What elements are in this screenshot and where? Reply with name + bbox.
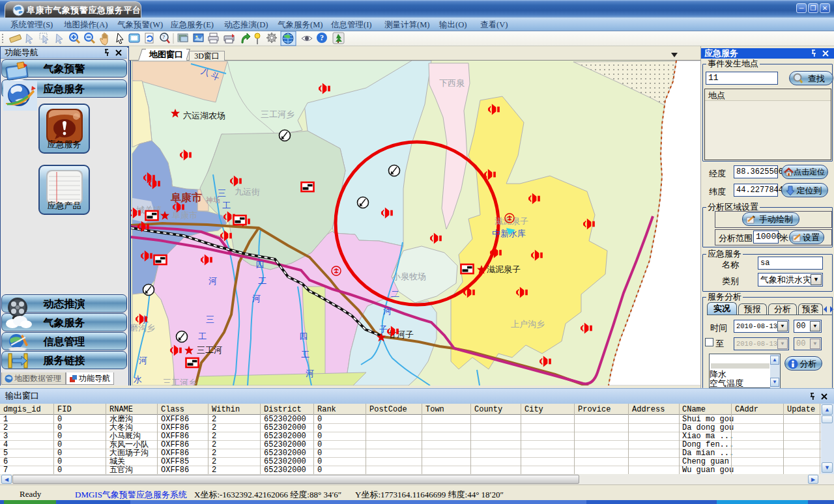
svg-text:磨沟乡: 磨沟乡	[131, 323, 155, 333]
svg-text:?: ?	[320, 33, 324, 42]
svg-text:三工河乡: 三工河乡	[163, 378, 197, 385]
svg-text:河: 河	[306, 369, 314, 378]
svg-text:九运街: 九运街	[235, 187, 260, 197]
svg-text:工: 工	[222, 201, 231, 210]
svg-text:河: 河	[252, 294, 261, 303]
svg-text:河: 河	[208, 276, 217, 286]
svg-text:工: 工	[301, 350, 309, 359]
svg-text:三: 三	[206, 315, 214, 324]
svg-text:三工河乡: 三工河乡	[261, 109, 295, 119]
svg-text:二: 二	[391, 289, 399, 299]
svg-text:工: 工	[258, 276, 266, 286]
svg-text:四: 四	[255, 260, 264, 270]
svg-text:六运湖农场: 六运湖农场	[183, 111, 225, 120]
svg-text:滋泥泉子: 滋泥泉子	[487, 264, 521, 274]
svg-text:三: 三	[218, 188, 226, 198]
svg-text:阜康市: 阜康市	[170, 191, 202, 203]
svg-text:水: 水	[134, 374, 142, 384]
svg-text:子: 子	[379, 324, 388, 334]
svg-text:上户沟乡: 上户沟乡	[511, 319, 545, 329]
svg-text:工: 工	[198, 331, 207, 341]
svg-text:三工河: 三工河	[197, 345, 222, 355]
svg-text:?: ?	[162, 34, 165, 40]
svg-text:下西泉: 下西泉	[439, 78, 465, 88]
svg-text:四: 四	[299, 331, 308, 341]
svg-text:小泉牧场: 小泉牧场	[392, 272, 426, 281]
svg-text:河: 河	[383, 306, 392, 316]
svg-text:阜康市: 阜康市	[172, 210, 197, 220]
svg-text:河: 河	[139, 356, 147, 365]
